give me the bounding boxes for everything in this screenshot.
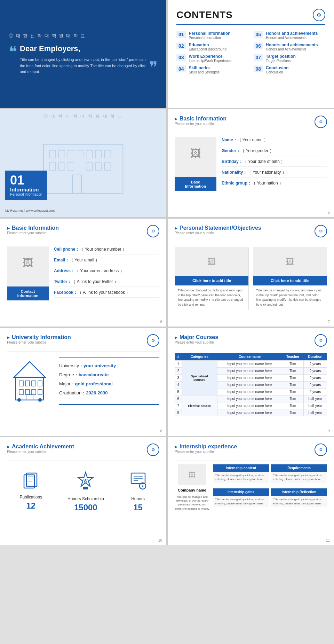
quote-right-icon: ❞ <box>149 60 158 75</box>
personal-statement-title: Personal Statement/Objectives <box>175 225 261 231</box>
university-slide: University Information Please enter your… <box>0 328 166 436</box>
contact-image-box: 🖼 ContactInformation <box>7 246 49 300</box>
contact-fields: Cell phone：（ Your phone number ） Email：（… <box>54 246 159 300</box>
int-box-2-content: Title can be changed by clicking and re-… <box>271 472 327 483</box>
university-icon-area <box>7 360 52 402</box>
slide-number-box: 01 Information Personal Information <box>5 171 47 200</box>
scholarship-label: Honors Scholarship <box>67 496 104 501</box>
contents-item-06: 06 Honors and achievements Honors and Ac… <box>254 42 326 51</box>
quote-left-icon: ❝ <box>9 44 17 60</box>
int-box-4-content: Title can be changed by clicking and re-… <box>271 496 327 507</box>
svg-marker-25 <box>14 362 45 377</box>
int-box-1: Internship content Title can be changed … <box>213 464 269 486</box>
page-num-6: 6 <box>160 320 162 324</box>
internship-slide: Internship experience Please enter your … <box>168 437 334 545</box>
basic-info-title: Basic Information <box>175 116 226 122</box>
contents-grid: 01 Personal Information Personal Informa… <box>176 31 325 74</box>
courses-table: # Categories Course name Teacher Duratio… <box>175 353 327 416</box>
item-num-03: 03 <box>176 54 186 61</box>
table-row: 6 Elective course Input you rcourse name… <box>175 395 327 402</box>
contact-placeholder-icon: 🖼 <box>23 257 33 269</box>
academic-slide: Academic Achievement Please enter your s… <box>0 437 166 545</box>
col-categories: Categories <box>182 353 217 361</box>
contents-item-05: 05 Honors and achievements Honors and Ac… <box>254 31 326 40</box>
field-birthday: Birthday：（ Your date of birth ） <box>222 159 327 167</box>
profile-label: BaseInformation <box>175 177 216 191</box>
svg-rect-14 <box>72 175 81 193</box>
svg-rect-16 <box>19 381 23 386</box>
int-box-3-content: Title can be changed by clicking and re-… <box>213 496 269 507</box>
ps-card-2-desc: Title can be changed by clicking and new… <box>253 285 327 310</box>
company-block: 🖼 Company name Title can be changed and … <box>175 464 209 511</box>
int-box-4-title: Internship Reflection <box>271 488 327 496</box>
contact-label: ContactInformation <box>7 286 49 300</box>
school-name: ◎ 대 한 신 학 대 학 원 대 학 교 <box>9 33 158 39</box>
contents-item-03: 03 Work Experience Internship/Work Exper… <box>176 54 248 63</box>
item-title-01: Personal Information <box>189 31 231 36</box>
ps-card-1-title: Click here to add title <box>175 276 248 285</box>
svg-point-27 <box>38 398 42 402</box>
ps-card-2-title: Click here to add title <box>253 276 327 285</box>
internship-boxes: Internship content Title can be changed … <box>213 464 327 511</box>
uni-field-1: University：your university <box>59 363 159 369</box>
item-title-06: Honors and achievements <box>266 42 318 47</box>
field-address: Address：（ Your current address ） <box>54 268 159 276</box>
courses-slide: Major Courses Please enter your subtitle… <box>168 328 334 436</box>
internship-content: 🖼 Company name Title can be changed and … <box>175 464 327 511</box>
svg-rect-6 <box>95 150 102 158</box>
cat-elective: Elective course <box>182 395 217 416</box>
profile-placeholder-icon: 🖼 <box>190 148 201 159</box>
field-ethnic: Ethnic group：（ Your nation ） <box>222 180 327 188</box>
svg-rect-9 <box>59 163 65 170</box>
col-duration: Duration <box>304 353 327 361</box>
item-title-02: Education <box>189 42 226 47</box>
scholarship-value: 15000 <box>67 503 104 512</box>
achievement-honors: ★ Honors 15 <box>129 471 147 512</box>
company-img: 🖼 <box>178 464 206 485</box>
contact-profile-area: 🖼 ContactInformation Cell phone：（ Your p… <box>7 246 159 300</box>
svg-rect-23 <box>38 390 42 395</box>
university-fields: University：your university Degree：baccal… <box>59 357 159 405</box>
courses-subtitle: Please enter your subtitle <box>175 340 218 344</box>
svg-rect-13 <box>105 163 111 170</box>
svg-rect-3 <box>68 150 74 158</box>
svg-rect-35 <box>83 487 88 489</box>
contact-info-slide: Basic Information Please enter your subt… <box>0 219 166 327</box>
scholarship-icon: W <box>67 471 104 494</box>
svg-text:W: W <box>84 479 88 484</box>
int-box-2: Requirements Title can be changed by cli… <box>271 464 327 486</box>
col-course: Course name <box>217 353 282 361</box>
item-sub-07: Target Positions <box>266 59 296 63</box>
cat-specialized: Specializedcourses <box>182 361 217 395</box>
honors-value: 15 <box>129 503 147 512</box>
svg-rect-22 <box>32 390 36 395</box>
item-title-03: Work Experience <box>189 54 232 59</box>
slide-section-sub: Personal Information <box>10 193 42 196</box>
field-facebook: Facebook：（ A link to your facebook ） <box>54 290 159 298</box>
publications-icon <box>19 471 42 492</box>
ps-card-2-img: 🖼 <box>253 248 327 276</box>
svg-rect-19 <box>38 381 42 386</box>
item-sub-08: Conclusion <box>266 70 288 74</box>
item-num-01: 01 <box>176 31 186 38</box>
contact-info-badge: ⚙ <box>147 225 159 237</box>
contents-slide: CONTENTS ⚙ 01 Personal Information Perso… <box>168 0 334 108</box>
item-num-08: 08 <box>254 65 263 72</box>
page-num-9: 9 <box>328 429 330 433</box>
university-subtitle: Please enter your subtitle <box>7 340 71 344</box>
page-num-7: 7 <box>328 320 330 324</box>
achievement-scholarship: W Honors Scholarship 15000 <box>67 471 104 512</box>
slide-website: My Resumes | www.collegeppt.com <box>5 209 55 212</box>
personal-statement-subtitle: Please enter your subtitle <box>175 231 261 235</box>
cover-slide: ◎ 대 한 신 학 대 학 원 대 학 교 ❝ Dear Employers, … <box>0 0 166 108</box>
item-num-06: 06 <box>254 42 263 49</box>
int-box-4: Internship Reflection Title can be chang… <box>271 488 327 510</box>
achievement-icons: Publications 12 W Honors Scholarship 150… <box>7 471 159 512</box>
contents-item-04: 04 Skill perks Skills and Strengths <box>176 65 248 74</box>
university-title: University Information <box>7 334 71 340</box>
svg-text:★: ★ <box>141 485 144 488</box>
page-num-5: 5 <box>328 211 330 214</box>
publications-label: Publications <box>19 495 42 500</box>
honors-icon: ★ <box>129 471 147 494</box>
internship-subtitle: Please enter your subtitle <box>175 450 237 454</box>
